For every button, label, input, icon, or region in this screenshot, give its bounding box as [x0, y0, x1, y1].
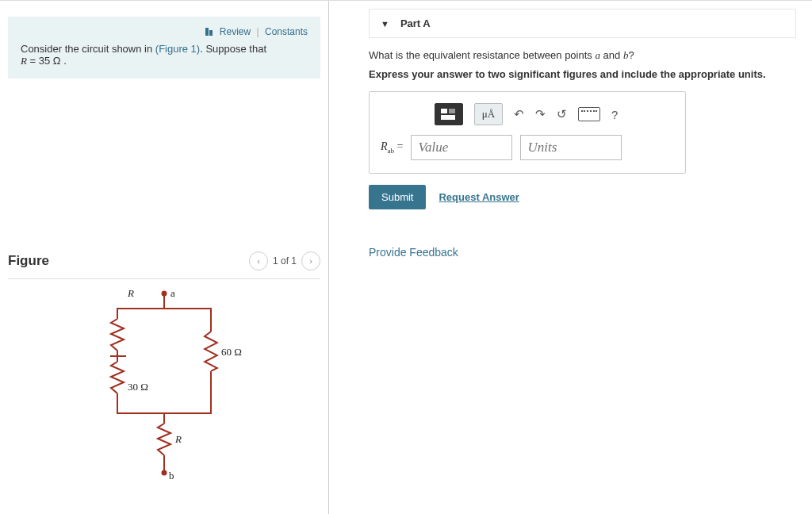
r-bottom-label: R	[175, 433, 182, 446]
flag-icon	[205, 27, 213, 38]
value-input[interactable]	[411, 135, 512, 160]
r60-label: 60 Ω	[221, 346, 242, 359]
question-text: What is the equivalent resistance betwee…	[369, 49, 796, 62]
keyboard-icon[interactable]	[578, 107, 600, 121]
units-input[interactable]	[520, 135, 622, 160]
answer-panel: μÅ ↶ ↷ ↺ ? Rab =	[369, 91, 686, 174]
figure-next-button[interactable]: ›	[301, 251, 320, 270]
redo-icon[interactable]: ↷	[535, 107, 546, 121]
units-tool-button[interactable]: μÅ	[474, 103, 503, 125]
intro-text: Consider the circuit shown in (Figure 1)…	[21, 43, 308, 67]
reset-icon[interactable]: ↺	[557, 107, 567, 121]
svg-rect-0	[441, 109, 447, 113]
answer-instructions: Express your answer to two significant f…	[369, 68, 796, 80]
svg-rect-1	[449, 109, 455, 113]
chevron-down-icon: ▼	[381, 19, 389, 29]
part-header[interactable]: ▼ Part A	[369, 9, 796, 38]
template-tool-button[interactable]	[435, 103, 463, 125]
provide-feedback-link[interactable]: Provide Feedback	[369, 246, 796, 259]
request-answer-link[interactable]: Request Answer	[439, 191, 519, 203]
part-title: Part A	[400, 17, 431, 29]
help-icon[interactable]: ?	[611, 108, 618, 121]
figure-link[interactable]: (Figure 1)	[155, 43, 200, 55]
node-a-label: a	[170, 287, 175, 300]
r-top-label: R	[128, 287, 134, 300]
figure-prev-button[interactable]: ‹	[249, 251, 268, 270]
problem-intro: Review | Constants Consider the circuit …	[8, 17, 320, 79]
circuit-figure: a R 30 Ω 60 Ω	[61, 287, 267, 493]
r30-label: 30 Ω	[128, 381, 148, 393]
submit-button[interactable]: Submit	[369, 185, 426, 209]
undo-icon[interactable]: ↶	[514, 107, 524, 121]
answer-variable-label: Rab =	[381, 140, 403, 155]
svg-rect-2	[441, 115, 455, 120]
figure-pager-text: 1 of 1	[273, 255, 297, 267]
review-link[interactable]: Review	[220, 26, 251, 37]
figure-heading: Figure	[8, 253, 249, 269]
constants-link[interactable]: Constants	[265, 26, 308, 37]
node-b-label: b	[169, 470, 174, 482]
